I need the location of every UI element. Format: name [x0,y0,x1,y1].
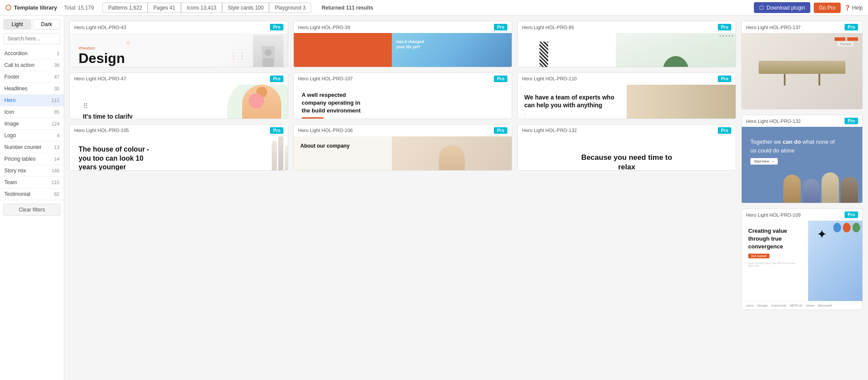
hero39-overlay [392,33,512,67]
sidebar-item-footer[interactable]: Footer 47 [0,71,64,83]
sidebar-item-icon[interactable]: Icon 85 [0,106,64,118]
card-109-image: Creating value through true convergence … [742,221,862,301]
sidebar-item-number-counter[interactable]: Number counter 13 [0,142,64,153]
right-column: Hero Light HOL-PRO-137 Pro Preview [741,21,863,375]
card-39-header: Hero Light HOL-PRO-39 Pro [294,21,512,33]
hero109-cta-btn: Get started [748,254,769,258]
template-card-107: Hero Light HOL-PRO-107 Pro A well respec… [293,73,512,119]
logo-text: Template library [14,4,57,11]
logo-google: Google [757,304,768,307]
card-107-image: A well respected company operating in th… [294,85,512,119]
hero132-title-text: Together we can do what none of us could… [750,138,837,155]
card-105-title: Hero Light HOL-PRO-106 [298,128,353,133]
card-137-title: Hero Light HOL-PRO-137 [746,25,801,30]
sidebar-item-accordion[interactable]: Accordion 1 [0,48,64,59]
card-106-image: Because you need time to relax Preview [518,136,736,171]
hero105-title: About our company [300,143,385,149]
content-grid: Hero Light HOL-PRO-43 Pro #freedom Desig… [64,16,868,380]
hand-shape [439,145,465,171]
tab-icons[interactable]: Icons 13,413 [181,3,222,13]
hero105-left: About our company [294,136,392,171]
sidebar-item-testimonial[interactable]: Testimonial 82 [0,188,64,200]
card-47-header: Hero Light HOL-PRO-47 Pro [70,73,288,85]
card-43-title: Hero Light HOL-PRO-43 [74,25,126,30]
template-card-132: Hero Light HOL-PRO-132 Pro Together we c… [741,115,863,203]
hero110-right: 3.3 8.0 [627,85,736,119]
template-card-39: Hero Light HOL-PRO-39 Pro HELLO YOU! Has… [293,21,512,67]
card-39-title: Hero Light HOL-PRO-39 [298,25,350,30]
product-1 [272,141,277,171]
tab-style-cards[interactable]: Style cards 100 [222,3,270,13]
template-card-108: Hero Light HOL-PRO-105 Pro The house of … [69,124,288,171]
theme-light-button[interactable]: Light [3,19,31,30]
card-105-image: About our company Preview [294,136,512,171]
card-108-badge: Pro [270,127,283,134]
topbar-tabs: Patterns 1,622 Pages 41 Icons 13,413 Sty… [102,3,311,13]
hero43-text: #freedom Design A greater measure of con… [79,46,125,67]
tab-playground[interactable]: Playground 3 [269,3,311,13]
card-43-header: Hero Light HOL-PRO-43 Pro [70,21,288,33]
sidebar-item-call-to-action[interactable]: Call to action 39 [0,59,64,71]
card-85-image: EXPANDING POSSIBILITIES [518,33,736,67]
sidebar-item-hero[interactable]: Hero 111 [0,95,64,106]
hero110-scroll-hint: ↓ [524,112,620,116]
sidebar-item-image[interactable]: Image 124 [0,118,64,130]
hero109-balloons [833,223,860,232]
hero110-bg: 3.3 8.0 [627,85,736,119]
card-108-image: The house of colour - you too can look 1… [70,136,288,171]
hero109-right: ✦ [808,221,862,301]
gopro-button[interactable]: Go Pro [814,3,841,13]
hero137-tabletop [759,61,845,74]
card-132-header: Hero Light HOL-PRO-132 Pro [742,115,862,127]
svg-point-1 [265,49,272,56]
card-105-header: Hero Light HOL-PRO-106 Pro [294,125,512,136]
balloon-3 [852,223,860,232]
hero108-products [272,136,288,171]
logo-netflix: NETFLIX [790,304,802,307]
card-47-title: Hero Light HOL-PRO-47 [74,76,126,81]
clear-filters-button[interactable]: Clear filters [3,204,60,216]
sidebar-item-story-mix[interactable]: Story mix 146 [0,165,64,177]
tab-patterns[interactable]: Patterns 1,622 [102,3,148,13]
wp-icon: ⬡ [759,4,764,11]
theme-dark-button[interactable]: Dark [33,19,61,30]
card-110-title: Hero Light HOL-PRO-110 [522,76,577,81]
hero105-bg [392,136,512,171]
card-105-badge: Pro [494,127,507,134]
help-button[interactable]: ❓ Help [844,5,863,11]
download-plugin-button[interactable]: ⬡ Download plugin [754,2,810,13]
sidebar-item-logo[interactable]: Logo 4 [0,130,64,142]
balloon-1 [833,223,841,232]
search-box [3,33,60,44]
card-132-title: Hero Light HOL-PRO-132 [746,119,801,124]
card-43-image: #freedom Design A greater measure of con… [70,33,288,67]
template-card-43: Hero Light HOL-PRO-43 Pro #freedom Desig… [69,21,288,67]
hero132-person3 [822,172,839,203]
hero132-person4 [841,177,858,203]
card-47-badge: Pro [270,76,283,82]
tab-pages[interactable]: Pages 41 [148,3,181,13]
sidebar-item-headlines[interactable]: Headlines 30 [0,83,64,95]
card-85-title: Hero Light HOL-PRO-85 [522,25,574,30]
result-count: Returned 111 results [322,5,373,11]
logo-cocacola: Coca-Cola [771,304,786,307]
card-108-header: Hero Light HOL-PRO-105 Pro [70,125,288,136]
logo-microsoft: Microsoft [818,304,832,307]
product-2 [278,136,283,171]
hero47-dots-icon: ⠿ [83,102,139,110]
theme-toggle: Light Dark [0,16,64,33]
card-137-image: Preview Preview [742,33,862,109]
card-106-badge: Pro [718,127,731,134]
card-110-image: We have a team of experts who can help y… [518,85,736,119]
sidebar-item-pricing-tables[interactable]: Pricing tables 14 [0,153,64,165]
hero85-right: Say hello → Something here [616,33,736,67]
card-110-badge: Pro [718,76,731,82]
svg-rect-2 [263,58,273,67]
template-card-109: Hero Light HOL-PRO-109 Pro Creating valu… [741,208,863,310]
card-85-header: Hero Light HOL-PRO-85 Pro [518,21,736,33]
hero107-btn: Read more [302,117,324,119]
sidebar: Light Dark Accordion 1 Call to action 39… [0,16,64,380]
hero107-title: A well respected company operating in th… [302,91,369,115]
sidebar-item-team[interactable]: Team 115 [0,177,64,188]
search-input[interactable] [3,33,60,44]
